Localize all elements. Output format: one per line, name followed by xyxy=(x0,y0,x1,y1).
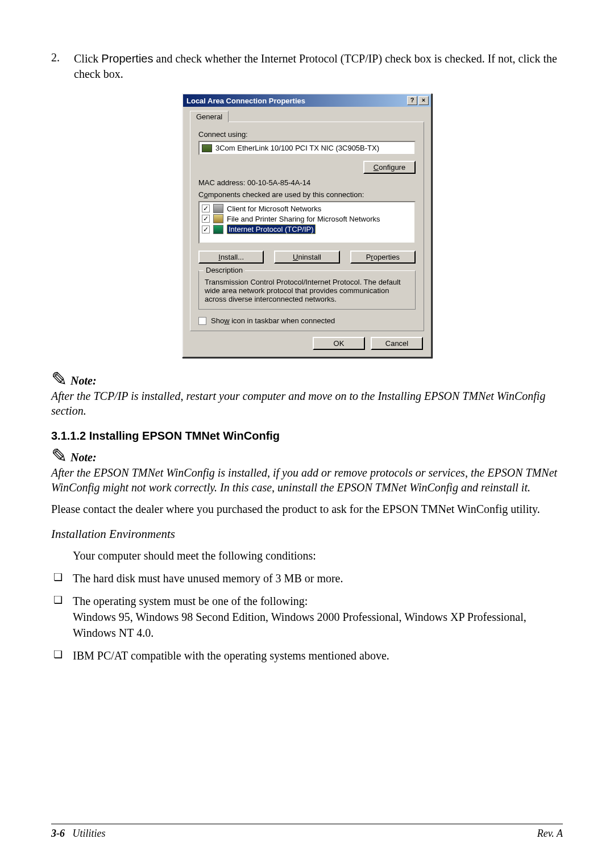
cancel-button[interactable]: Cancel xyxy=(371,337,423,350)
footer-section xyxy=(68,828,73,839)
list-item: IBM PC/AT compatible with the operating … xyxy=(51,648,563,663)
dialog-title: Local Area Connection Properties xyxy=(185,97,305,105)
footer-section-name: Utilities xyxy=(73,828,106,839)
env-intro: Your computer should meet the following … xyxy=(73,548,563,564)
general-panel: Connect using: 3Com EtherLink 10/100 PCI… xyxy=(190,122,424,331)
list-buttons-row: Install... Uninstall Properties xyxy=(198,251,416,264)
step-2: 2. Click Properties and check whether th… xyxy=(51,51,563,82)
step-pre: Click xyxy=(74,52,101,65)
tcpip-icon xyxy=(213,225,223,234)
connect-using-label: Connect using: xyxy=(198,130,416,139)
close-button[interactable]: × xyxy=(418,96,429,105)
list-item-selected[interactable]: ✓ Internet Protocol (TCP/IP) xyxy=(201,224,413,235)
note-label: Note: xyxy=(70,374,97,387)
nic-field: 3Com EtherLink 10/100 PCI TX NIC (3C905B… xyxy=(198,141,416,155)
list-item[interactable]: ✓ Client for Microsoft Networks xyxy=(201,203,413,214)
list-item: The hard disk must have unused memory of… xyxy=(51,570,563,586)
list-item-label: Client for Microsoft Networks xyxy=(227,205,321,213)
footer-left: 3-6 Utilities xyxy=(51,828,106,840)
components-listbox[interactable]: ✓ Client for Microsoft Networks ✓ File a… xyxy=(198,201,416,244)
client-icon xyxy=(213,204,223,213)
list-item: The operating system must be one of the … xyxy=(51,593,563,641)
configure-rest: onfigure xyxy=(379,163,405,172)
page-number: 3-6 xyxy=(51,828,65,839)
titlebar-buttons: ? × xyxy=(407,96,429,105)
note-body: After the EPSON TMNet WinConfig is insta… xyxy=(51,465,563,495)
list-item-label: Internet Protocol (TCP/IP) xyxy=(227,224,316,234)
step-text: Click Properties and check whether the I… xyxy=(74,51,563,82)
show-icon-checkbox[interactable] xyxy=(198,317,206,325)
checkbox-icon[interactable]: ✓ xyxy=(202,205,210,212)
note-block-2: ✎ Note: After the EPSON TMNet WinConfig … xyxy=(51,448,563,495)
dialog-container: Local Area Connection Properties ? × Gen… xyxy=(51,93,563,358)
description-group: Description Transmission Control Protoco… xyxy=(198,270,416,310)
description-legend: Description xyxy=(204,266,245,274)
note-body: After the TCP/IP is installed, restart y… xyxy=(51,389,563,418)
show-icon-row: Show icon in taskbar when connected xyxy=(198,316,416,325)
mac-address: MAC address: 00-10-5A-85-4A-14 xyxy=(198,178,416,187)
page-footer: 3-6 Utilities Rev. A xyxy=(51,824,563,840)
note-header: ✎ Note: xyxy=(51,372,563,387)
note-icon: ✎ xyxy=(51,448,67,464)
show-icon-label: Show icon in taskbar when connected xyxy=(211,316,335,325)
step-code: Properties xyxy=(101,52,153,65)
nic-icon xyxy=(202,144,212,152)
description-text: Transmission Control Protocol/Internet P… xyxy=(205,278,409,303)
footer-row: 3-6 Utilities Rev. A xyxy=(51,828,563,840)
fileshare-icon xyxy=(213,214,223,223)
local-area-connection-properties-dialog: Local Area Connection Properties ? × Gen… xyxy=(182,93,432,358)
dialog-body: General Connect using: 3Com EtherLink 10… xyxy=(183,107,431,357)
nic-name: 3Com EtherLink 10/100 PCI TX NIC (3C905B… xyxy=(215,144,379,152)
tabs: General xyxy=(190,110,424,122)
step-number: 2. xyxy=(51,51,64,82)
components-label: Components checked are used by this conn… xyxy=(198,190,416,199)
properties-button[interactable]: Properties xyxy=(350,251,416,264)
note-label: Note: xyxy=(70,451,97,464)
requirements-list: The hard disk must have unused memory of… xyxy=(51,570,563,663)
note-header: ✎ Note: xyxy=(51,448,563,464)
note-block-1: ✎ Note: After the TCP/IP is installed, r… xyxy=(51,372,563,418)
section-heading: 3.1.1.2 Installing EPSON TMNet WinConfig xyxy=(51,429,563,443)
configure-button[interactable]: Configure xyxy=(363,161,416,174)
footer-rule xyxy=(51,824,563,824)
footer-rev: Rev. A xyxy=(537,828,563,840)
checkbox-icon[interactable]: ✓ xyxy=(202,226,210,233)
tab-general[interactable]: General xyxy=(190,111,229,122)
install-button[interactable]: Install... xyxy=(198,251,264,264)
installation-environments-heading: Installation Environments xyxy=(51,527,563,541)
ok-button[interactable]: OK xyxy=(313,337,365,350)
configure-row: Configure xyxy=(198,161,416,174)
uninstall-button[interactable]: Uninstall xyxy=(274,251,339,264)
checkbox-icon[interactable]: ✓ xyxy=(202,215,210,223)
help-button[interactable]: ? xyxy=(407,96,417,105)
note-icon: ✎ xyxy=(51,372,67,387)
contact-paragraph: Please contact the dealer where you purc… xyxy=(51,502,563,517)
title-bar: Local Area Connection Properties ? × xyxy=(183,94,431,107)
list-item[interactable]: ✓ File and Printer Sharing for Microsoft… xyxy=(201,214,413,224)
dialog-footer-buttons: OK Cancel xyxy=(190,337,424,350)
list-item-label: File and Printer Sharing for Microsoft N… xyxy=(227,215,380,223)
